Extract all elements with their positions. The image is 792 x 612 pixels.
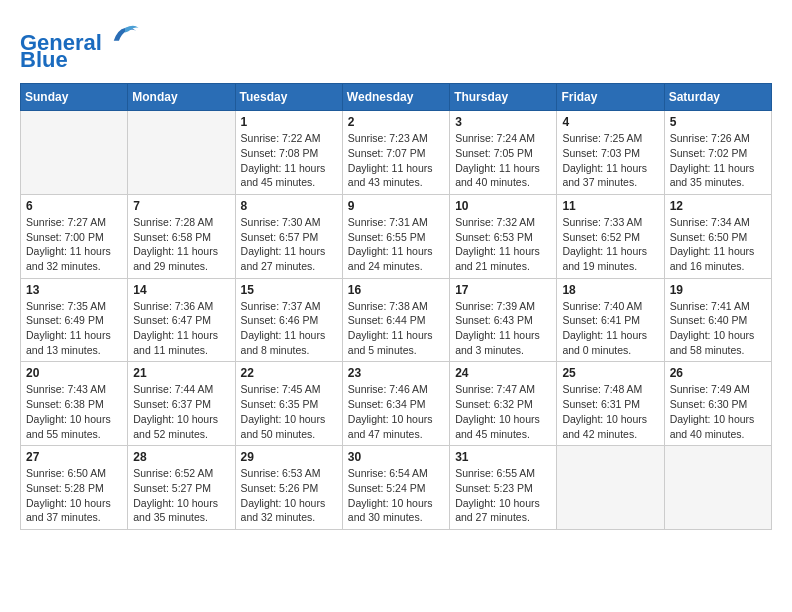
day-number: 16 <box>348 283 444 297</box>
day-number: 5 <box>670 115 766 129</box>
day-info: Sunrise: 7:30 AM Sunset: 6:57 PM Dayligh… <box>241 215 337 274</box>
day-info: Sunrise: 7:26 AM Sunset: 7:02 PM Dayligh… <box>670 131 766 190</box>
day-info: Sunrise: 7:36 AM Sunset: 6:47 PM Dayligh… <box>133 299 229 358</box>
day-info: Sunrise: 7:27 AM Sunset: 7:00 PM Dayligh… <box>26 215 122 274</box>
calendar-cell: 13Sunrise: 7:35 AM Sunset: 6:49 PM Dayli… <box>21 278 128 362</box>
day-info: Sunrise: 7:23 AM Sunset: 7:07 PM Dayligh… <box>348 131 444 190</box>
day-info: Sunrise: 6:50 AM Sunset: 5:28 PM Dayligh… <box>26 466 122 525</box>
calendar-cell: 21Sunrise: 7:44 AM Sunset: 6:37 PM Dayli… <box>128 362 235 446</box>
weekday-header-thursday: Thursday <box>450 84 557 111</box>
day-info: Sunrise: 6:53 AM Sunset: 5:26 PM Dayligh… <box>241 466 337 525</box>
calendar-cell: 30Sunrise: 6:54 AM Sunset: 5:24 PM Dayli… <box>342 446 449 530</box>
weekday-header-friday: Friday <box>557 84 664 111</box>
calendar-cell <box>128 111 235 195</box>
day-info: Sunrise: 7:24 AM Sunset: 7:05 PM Dayligh… <box>455 131 551 190</box>
day-info: Sunrise: 7:47 AM Sunset: 6:32 PM Dayligh… <box>455 382 551 441</box>
calendar-cell: 24Sunrise: 7:47 AM Sunset: 6:32 PM Dayli… <box>450 362 557 446</box>
logo-bird-icon <box>110 20 140 50</box>
day-number: 26 <box>670 366 766 380</box>
day-number: 30 <box>348 450 444 464</box>
calendar-week-row: 20Sunrise: 7:43 AM Sunset: 6:38 PM Dayli… <box>21 362 772 446</box>
calendar-cell: 26Sunrise: 7:49 AM Sunset: 6:30 PM Dayli… <box>664 362 771 446</box>
calendar-cell: 10Sunrise: 7:32 AM Sunset: 6:53 PM Dayli… <box>450 194 557 278</box>
day-info: Sunrise: 7:44 AM Sunset: 6:37 PM Dayligh… <box>133 382 229 441</box>
day-info: Sunrise: 7:49 AM Sunset: 6:30 PM Dayligh… <box>670 382 766 441</box>
day-number: 29 <box>241 450 337 464</box>
day-number: 19 <box>670 283 766 297</box>
day-number: 25 <box>562 366 658 380</box>
day-info: Sunrise: 7:34 AM Sunset: 6:50 PM Dayligh… <box>670 215 766 274</box>
calendar-cell: 27Sunrise: 6:50 AM Sunset: 5:28 PM Dayli… <box>21 446 128 530</box>
day-info: Sunrise: 7:25 AM Sunset: 7:03 PM Dayligh… <box>562 131 658 190</box>
day-number: 22 <box>241 366 337 380</box>
day-info: Sunrise: 7:43 AM Sunset: 6:38 PM Dayligh… <box>26 382 122 441</box>
calendar-cell: 14Sunrise: 7:36 AM Sunset: 6:47 PM Dayli… <box>128 278 235 362</box>
day-info: Sunrise: 7:28 AM Sunset: 6:58 PM Dayligh… <box>133 215 229 274</box>
day-number: 20 <box>26 366 122 380</box>
calendar-cell: 12Sunrise: 7:34 AM Sunset: 6:50 PM Dayli… <box>664 194 771 278</box>
calendar-cell: 4Sunrise: 7:25 AM Sunset: 7:03 PM Daylig… <box>557 111 664 195</box>
calendar-table: SundayMondayTuesdayWednesdayThursdayFrid… <box>20 83 772 530</box>
day-number: 2 <box>348 115 444 129</box>
weekday-header-wednesday: Wednesday <box>342 84 449 111</box>
day-number: 18 <box>562 283 658 297</box>
day-number: 9 <box>348 199 444 213</box>
day-number: 13 <box>26 283 122 297</box>
weekday-header-sunday: Sunday <box>21 84 128 111</box>
calendar-cell <box>557 446 664 530</box>
day-info: Sunrise: 7:32 AM Sunset: 6:53 PM Dayligh… <box>455 215 551 274</box>
calendar-cell: 7Sunrise: 7:28 AM Sunset: 6:58 PM Daylig… <box>128 194 235 278</box>
day-info: Sunrise: 6:54 AM Sunset: 5:24 PM Dayligh… <box>348 466 444 525</box>
day-info: Sunrise: 7:22 AM Sunset: 7:08 PM Dayligh… <box>241 131 337 190</box>
day-number: 28 <box>133 450 229 464</box>
day-number: 3 <box>455 115 551 129</box>
day-info: Sunrise: 7:45 AM Sunset: 6:35 PM Dayligh… <box>241 382 337 441</box>
day-number: 11 <box>562 199 658 213</box>
calendar-week-row: 13Sunrise: 7:35 AM Sunset: 6:49 PM Dayli… <box>21 278 772 362</box>
day-number: 27 <box>26 450 122 464</box>
day-number: 23 <box>348 366 444 380</box>
day-number: 4 <box>562 115 658 129</box>
day-info: Sunrise: 6:52 AM Sunset: 5:27 PM Dayligh… <box>133 466 229 525</box>
calendar-week-row: 27Sunrise: 6:50 AM Sunset: 5:28 PM Dayli… <box>21 446 772 530</box>
calendar-cell: 11Sunrise: 7:33 AM Sunset: 6:52 PM Dayli… <box>557 194 664 278</box>
calendar-cell: 22Sunrise: 7:45 AM Sunset: 6:35 PM Dayli… <box>235 362 342 446</box>
day-info: Sunrise: 7:35 AM Sunset: 6:49 PM Dayligh… <box>26 299 122 358</box>
calendar-cell: 29Sunrise: 6:53 AM Sunset: 5:26 PM Dayli… <box>235 446 342 530</box>
calendar-cell <box>21 111 128 195</box>
day-info: Sunrise: 6:55 AM Sunset: 5:23 PM Dayligh… <box>455 466 551 525</box>
day-info: Sunrise: 7:33 AM Sunset: 6:52 PM Dayligh… <box>562 215 658 274</box>
calendar-cell: 18Sunrise: 7:40 AM Sunset: 6:41 PM Dayli… <box>557 278 664 362</box>
day-number: 8 <box>241 199 337 213</box>
weekday-header-row: SundayMondayTuesdayWednesdayThursdayFrid… <box>21 84 772 111</box>
day-number: 6 <box>26 199 122 213</box>
day-info: Sunrise: 7:48 AM Sunset: 6:31 PM Dayligh… <box>562 382 658 441</box>
day-info: Sunrise: 7:46 AM Sunset: 6:34 PM Dayligh… <box>348 382 444 441</box>
page-header: General Blue <box>20 20 772 73</box>
day-number: 21 <box>133 366 229 380</box>
day-number: 14 <box>133 283 229 297</box>
day-info: Sunrise: 7:41 AM Sunset: 6:40 PM Dayligh… <box>670 299 766 358</box>
day-number: 24 <box>455 366 551 380</box>
day-number: 7 <box>133 199 229 213</box>
calendar-cell: 28Sunrise: 6:52 AM Sunset: 5:27 PM Dayli… <box>128 446 235 530</box>
day-number: 12 <box>670 199 766 213</box>
day-number: 10 <box>455 199 551 213</box>
weekday-header-saturday: Saturday <box>664 84 771 111</box>
calendar-cell: 8Sunrise: 7:30 AM Sunset: 6:57 PM Daylig… <box>235 194 342 278</box>
calendar-cell: 17Sunrise: 7:39 AM Sunset: 6:43 PM Dayli… <box>450 278 557 362</box>
day-number: 17 <box>455 283 551 297</box>
calendar-cell: 23Sunrise: 7:46 AM Sunset: 6:34 PM Dayli… <box>342 362 449 446</box>
calendar-cell: 15Sunrise: 7:37 AM Sunset: 6:46 PM Dayli… <box>235 278 342 362</box>
calendar-cell: 9Sunrise: 7:31 AM Sunset: 6:55 PM Daylig… <box>342 194 449 278</box>
day-info: Sunrise: 7:39 AM Sunset: 6:43 PM Dayligh… <box>455 299 551 358</box>
calendar-cell <box>664 446 771 530</box>
weekday-header-monday: Monday <box>128 84 235 111</box>
day-number: 15 <box>241 283 337 297</box>
calendar-cell: 16Sunrise: 7:38 AM Sunset: 6:44 PM Dayli… <box>342 278 449 362</box>
calendar-cell: 31Sunrise: 6:55 AM Sunset: 5:23 PM Dayli… <box>450 446 557 530</box>
calendar-cell: 5Sunrise: 7:26 AM Sunset: 7:02 PM Daylig… <box>664 111 771 195</box>
calendar-cell: 20Sunrise: 7:43 AM Sunset: 6:38 PM Dayli… <box>21 362 128 446</box>
day-number: 1 <box>241 115 337 129</box>
calendar-cell: 2Sunrise: 7:23 AM Sunset: 7:07 PM Daylig… <box>342 111 449 195</box>
